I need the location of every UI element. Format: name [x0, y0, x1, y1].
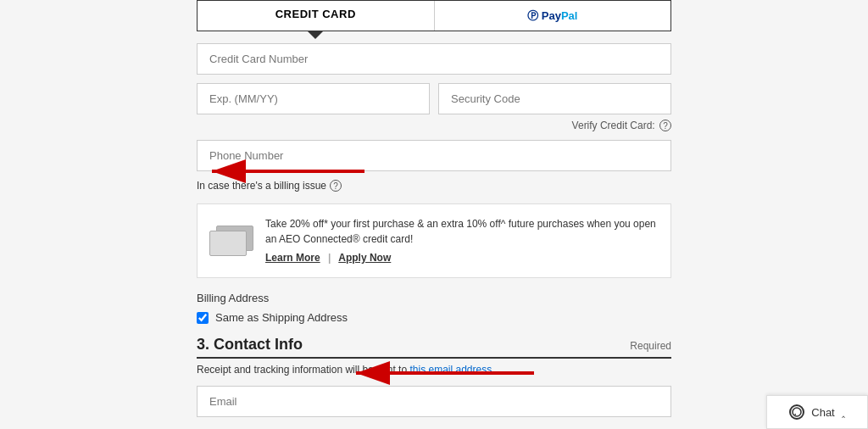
promo-links: Learn More | Apply Now	[265, 250, 659, 265]
page-wrapper: CREDIT CARD Ⓟ PayPal Verify Credit Card:…	[0, 0, 868, 429]
main-content: CREDIT CARD Ⓟ PayPal Verify Credit Card:…	[188, 0, 680, 426]
chevron-up-icon: ‸	[842, 406, 845, 418]
promo-box: Take 20% off* your first purchase & an e…	[197, 203, 671, 278]
same-as-shipping-label: Same as Shipping Address	[215, 311, 348, 324]
promo-card-front	[209, 231, 247, 256]
section-3-desc: Receipt and tracking information will be…	[197, 364, 671, 376]
promo-text-block: Take 20% off* your first purchase & an e…	[265, 216, 659, 265]
tab-active-arrow	[307, 31, 324, 39]
billing-address-section: Billing Address Same as Shipping Address	[197, 292, 671, 324]
payment-form: Verify Credit Card: ? In case there's a …	[197, 31, 671, 426]
same-as-shipping-row: Same as Shipping Address	[197, 311, 671, 324]
contact-desc-highlight: this email address.	[409, 364, 494, 376]
promo-description: Take 20% off* your first purchase & an e…	[265, 218, 656, 245]
chat-bubble-icon	[789, 404, 804, 420]
apply-now-link[interactable]: Apply Now	[338, 252, 391, 264]
section-3-required: Required	[630, 340, 671, 352]
billing-issue-help-icon[interactable]: ?	[330, 180, 342, 192]
promo-divider: |	[328, 252, 331, 264]
credit-card-tab-label: CREDIT CARD	[275, 8, 356, 20]
section-3-title: 3. Contact Info	[197, 336, 303, 354]
payment-tabs: CREDIT CARD Ⓟ PayPal	[197, 0, 671, 31]
expiry-input[interactable]	[197, 83, 430, 114]
billing-address-title: Billing Address	[197, 292, 671, 304]
section-3-header: 3. Contact Info Required	[197, 336, 671, 359]
tab-paypal[interactable]: Ⓟ PayPal	[435, 1, 671, 31]
billing-issue-row: In case there's a billing issue ?	[197, 180, 671, 192]
same-as-shipping-checkbox[interactable]	[197, 312, 209, 324]
verify-help-icon[interactable]: ?	[659, 120, 671, 131]
contact-desc-before: Receipt and tracking information will be…	[197, 364, 407, 376]
email-input[interactable]	[197, 386, 671, 417]
chat-label: Chat	[811, 406, 834, 419]
tab-credit-card[interactable]: CREDIT CARD	[198, 1, 435, 31]
expiry-security-row	[197, 83, 671, 114]
phone-number-input[interactable]	[197, 140, 671, 171]
learn-more-link[interactable]: Learn More	[265, 252, 320, 264]
promo-card-icon	[209, 226, 253, 256]
paypal-logo: Ⓟ PayPal	[527, 8, 577, 24]
svg-point-4	[793, 408, 801, 416]
credit-card-number-input[interactable]	[197, 43, 671, 75]
chat-widget[interactable]: Chat ‸	[766, 395, 868, 429]
verify-label: Verify Credit Card:	[572, 120, 655, 131]
verify-row: Verify Credit Card: ?	[197, 120, 671, 131]
billing-issue-text: In case there's a billing issue	[197, 180, 326, 192]
security-code-input[interactable]	[438, 83, 671, 114]
